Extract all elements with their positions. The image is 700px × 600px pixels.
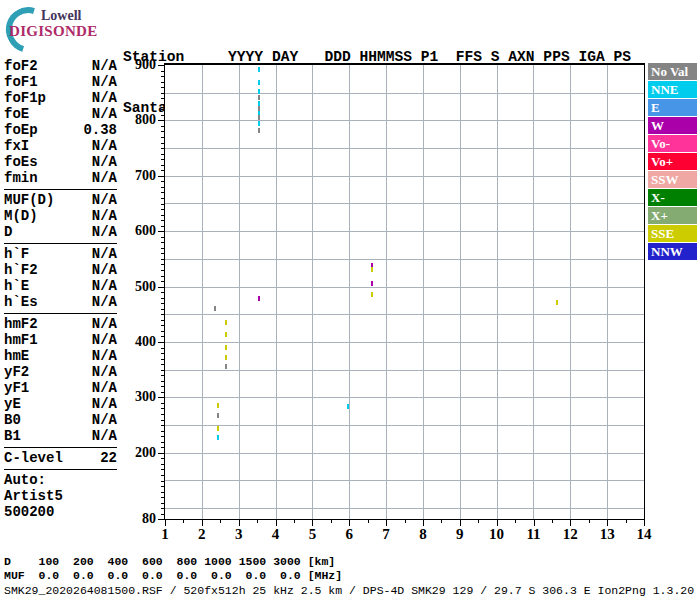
parameter-label: C-level: [4, 450, 63, 466]
parameter-label: h`E: [4, 278, 29, 294]
parameter-value: N/A: [92, 412, 117, 428]
x-axis-tick: [478, 519, 479, 523]
parameter-value: N/A: [92, 74, 117, 90]
plot-area[interactable]: 9008007006005004003002008012345678910111…: [164, 63, 645, 520]
gridline-vertical: [312, 65, 313, 519]
parameter-value: N/A: [92, 58, 117, 74]
data-point: [347, 404, 349, 409]
parameter-value: N/A: [92, 224, 117, 240]
gridline-horizontal: [165, 148, 644, 149]
parameter-label: Auto:: [4, 472, 46, 488]
parameter-divider: [4, 313, 117, 314]
y-axis-label: 300: [126, 389, 156, 405]
x-axis-tick: [368, 519, 369, 523]
parameter-value: N/A: [92, 106, 117, 122]
x-axis-tick: [441, 519, 442, 523]
y-axis-label: 600: [126, 223, 156, 239]
gridline-horizontal: [165, 120, 644, 121]
legend-item-nnw: NNW: [648, 243, 697, 260]
legend-item-vo-: Vo-: [648, 135, 697, 152]
parameter-row: foF1N/A: [4, 74, 117, 90]
parameter-label: yF1: [4, 380, 29, 396]
muf-row: MUF 0.0 0.0 0.0 0.0 0.0 0.0 0.0 0.0 [MHz…: [4, 570, 342, 582]
gridline-horizontal: [165, 203, 644, 204]
parameter-divider: [4, 447, 117, 448]
parameter-divider: [4, 243, 117, 244]
gridline-horizontal: [165, 425, 644, 426]
parameter-label: foEs: [4, 154, 38, 170]
parameter-row: h`EN/A: [4, 278, 117, 294]
gridline-horizontal: [165, 314, 644, 315]
data-point: [556, 300, 558, 305]
parameter-row: foEp0.38: [4, 122, 117, 138]
x-axis-label: 12: [558, 526, 582, 543]
data-point: [225, 332, 227, 337]
parameter-value: N/A: [92, 380, 117, 396]
legend-item-e: E: [648, 99, 697, 116]
legend-item-vo+: Vo+: [648, 153, 697, 170]
x-axis-label: 11: [522, 526, 546, 543]
x-axis-tick: [331, 519, 332, 523]
y-axis-label: 800: [126, 112, 156, 128]
parameter-value: N/A: [92, 90, 117, 106]
parameter-label: yE: [4, 396, 21, 412]
y-axis-label: 700: [126, 168, 156, 184]
y-axis-label: 500: [126, 279, 156, 295]
parameter-divider: [4, 469, 117, 470]
parameter-value: N/A: [92, 332, 117, 348]
x-axis-label: 14: [632, 526, 656, 543]
gridline-vertical: [423, 65, 424, 519]
data-point: [371, 292, 373, 297]
x-axis-tick: [349, 519, 350, 526]
gridline-vertical: [239, 65, 240, 519]
gridline-vertical: [202, 65, 203, 519]
gridline-vertical: [386, 65, 387, 519]
x-axis-label: 10: [485, 526, 509, 543]
parameter-label: B0: [4, 412, 21, 428]
x-axis-tick: [312, 519, 313, 526]
gridline-vertical: [460, 65, 461, 519]
parameter-row: B0N/A: [4, 412, 117, 428]
parameter-value: N/A: [92, 262, 117, 278]
data-point: [217, 435, 219, 440]
x-axis-tick: [460, 519, 461, 526]
data-point: [258, 67, 260, 72]
parameter-row: Auto:: [4, 472, 117, 488]
y-axis-tick: [158, 453, 165, 454]
parameter-row: yF1N/A: [4, 380, 117, 396]
data-point: [225, 364, 227, 369]
status-line: SMK29_2020264081500.RSF / 520fx512h 25 k…: [4, 585, 694, 597]
data-point: [258, 128, 260, 133]
parameter-label: fmin: [4, 170, 38, 186]
gridline-vertical: [276, 65, 277, 519]
y-axis-tick: [158, 397, 165, 398]
legend-item-ssw: SSW: [648, 171, 697, 188]
parameter-label: h`F: [4, 246, 29, 262]
parameter-label: fxI: [4, 138, 29, 154]
parameter-row: hmF1N/A: [4, 332, 117, 348]
parameter-label: yF2: [4, 364, 29, 380]
parameter-row: DN/A: [4, 224, 117, 240]
data-point: [258, 89, 260, 94]
parameter-value: N/A: [92, 396, 117, 412]
x-axis-label: 8: [411, 526, 435, 543]
parameter-label: h`F2: [4, 262, 38, 278]
parameter-row: 500200: [4, 504, 117, 520]
gridline-horizontal: [165, 259, 644, 260]
parameter-label: foF2: [4, 58, 38, 74]
parameter-row: C-level22: [4, 450, 117, 466]
gridline-vertical: [570, 65, 571, 519]
gridline-horizontal: [165, 370, 644, 371]
data-point: [217, 413, 219, 418]
x-axis-tick: [294, 519, 295, 523]
parameter-value: N/A: [92, 316, 117, 332]
data-point: [217, 426, 219, 431]
parameter-row: Artist5: [4, 488, 117, 504]
x-axis-label: 3: [227, 526, 251, 543]
parameter-row: yF2N/A: [4, 364, 117, 380]
distance-row: D 100 200 400 600 800 1000 1500 3000 [km…: [4, 556, 335, 568]
data-point: [371, 281, 373, 286]
x-axis-label: 13: [595, 526, 619, 543]
x-axis-label: 7: [374, 526, 398, 543]
parameter-label: hmF2: [4, 316, 38, 332]
